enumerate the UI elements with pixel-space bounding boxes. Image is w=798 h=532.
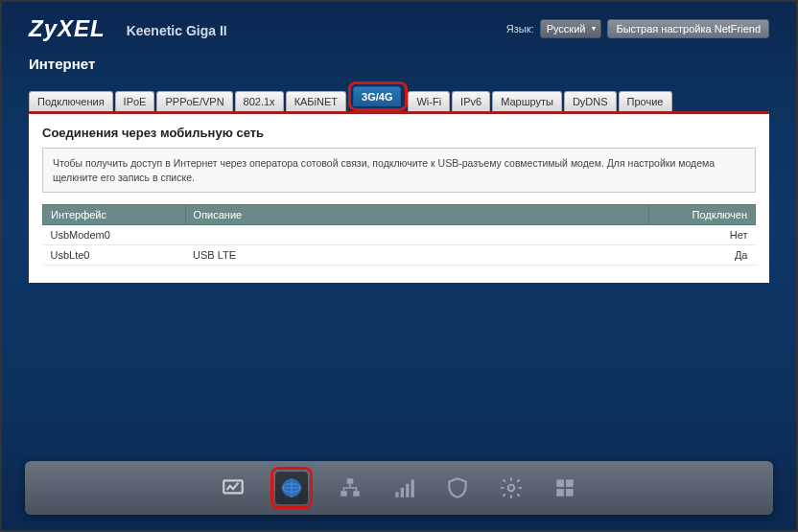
tab-wifi[interactable]: Wi-Fi (408, 91, 450, 111)
highlight-nav (270, 467, 313, 509)
svg-rect-14 (566, 489, 574, 497)
language-label: Язык: (506, 23, 534, 35)
svg-rect-11 (556, 479, 564, 487)
table-row[interactable]: UsbLte0 USB LTE Да (43, 245, 756, 266)
header: ZyXEL Keenetic Giga II Язык: Русский Быс… (2, 2, 796, 50)
tab-kabinet[interactable]: КАБiNET (286, 91, 346, 111)
th-interface: Интерфейс (43, 205, 186, 225)
svg-rect-4 (340, 491, 347, 496)
tabs-container: Подключения IPoE PPPoE/VPN 802.1x КАБiNE… (29, 81, 769, 111)
svg-rect-6 (395, 492, 398, 497)
nav-signal-icon[interactable] (387, 472, 420, 504)
tab-pppoe[interactable]: PPPoE/VPN (156, 91, 232, 111)
content-panel: Соединения через мобильную сеть Чтобы по… (29, 111, 769, 283)
nav-apps-icon[interactable] (549, 472, 581, 504)
cell-iface: UsbLte0 (43, 245, 186, 266)
quick-setup-button[interactable]: Быстрая настройка NetFriend (607, 19, 769, 38)
tab-ipv6[interactable]: IPv6 (452, 91, 490, 111)
tab-dydns[interactable]: DyDNS (564, 91, 617, 111)
tab-ipoe[interactable]: IPoE (115, 91, 155, 111)
language-select[interactable]: Русский (540, 19, 602, 38)
tab-routes[interactable]: Маршруты (492, 91, 562, 111)
th-connected: Подключен (648, 205, 755, 225)
page-title: Интернет (2, 50, 796, 81)
tab-connections[interactable]: Подключения (29, 91, 113, 111)
svg-rect-12 (566, 479, 574, 487)
tab-8021x[interactable]: 802.1x (235, 91, 284, 111)
connections-table: Интерфейс Описание Подключен UsbModem0 Н… (42, 204, 756, 266)
nav-globe-icon[interactable] (275, 472, 308, 504)
svg-rect-8 (406, 484, 409, 497)
svg-rect-0 (223, 480, 243, 493)
svg-rect-3 (347, 478, 354, 483)
section-description: Чтобы получить доступ в Интернет через о… (42, 148, 756, 193)
svg-rect-7 (401, 488, 404, 497)
nav-shield-icon[interactable] (441, 472, 474, 504)
svg-rect-13 (556, 489, 564, 497)
cell-desc: USB LTE (185, 245, 648, 266)
nav-network-icon[interactable] (334, 472, 366, 504)
bottom-nav (25, 461, 773, 515)
svg-rect-9 (411, 479, 414, 497)
highlight-tab: 3G/4G (348, 81, 408, 111)
cell-conn: Нет (648, 225, 755, 245)
brand-logo: ZyXEL (29, 15, 106, 42)
tab-3g4g[interactable]: 3G/4G (353, 86, 401, 106)
svg-rect-5 (353, 491, 360, 496)
th-description: Описание (185, 205, 648, 225)
cell-iface: UsbModem0 (43, 225, 186, 245)
cell-conn: Да (648, 245, 755, 266)
product-name: Keenetic Giga II (127, 23, 227, 38)
cell-desc (185, 225, 648, 245)
svg-point-10 (508, 485, 515, 492)
nav-gear-icon[interactable] (495, 472, 528, 504)
table-row[interactable]: UsbModem0 Нет (43, 225, 756, 245)
nav-monitor-icon[interactable] (217, 472, 249, 504)
tab-other[interactable]: Прочие (619, 91, 672, 111)
section-title: Соединения через мобильную сеть (42, 126, 756, 140)
